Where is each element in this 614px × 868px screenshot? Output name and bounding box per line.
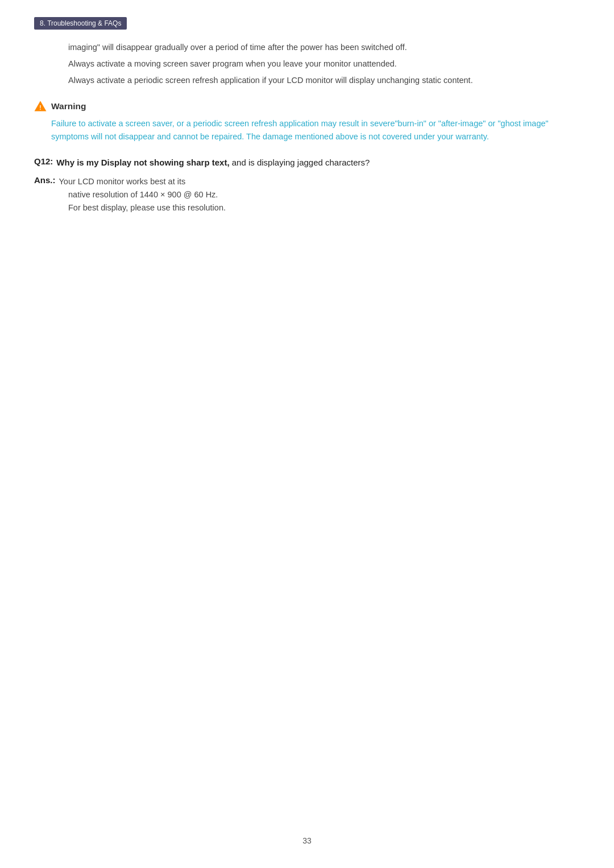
warning-header: ! Warning <box>34 100 580 113</box>
body-paragraph-2: Always activate a moving screen saver pr… <box>68 57 580 71</box>
ans-label: Ans.: <box>34 175 56 185</box>
ans-line-3: For best display, please use this resolu… <box>68 201 580 214</box>
svg-text:!: ! <box>39 104 41 110</box>
q12-label: Q12: <box>34 156 53 166</box>
q12-question-normal: and is displaying jagged characters? <box>232 158 370 167</box>
page-number: 33 <box>302 836 312 845</box>
q12-question-bold: Why is my Display not showing sharp text… <box>56 158 229 167</box>
ans-line-2: native resolution of 1440 × 900 @ 60 Hz. <box>68 188 580 201</box>
q12-section: Q12: Why is my Display not showing sharp… <box>34 156 580 170</box>
q12-question: Why is my Display not showing sharp text… <box>56 156 370 170</box>
warning-triangle-icon: ! <box>34 100 47 113</box>
ans-section: Ans.: Your LCD monitor works best at its… <box>34 175 580 215</box>
warning-body-text: Failure to activate a screen saver, or a… <box>51 117 580 144</box>
ans-first-line: Your LCD monitor works best at its <box>59 175 186 188</box>
breadcrumb: 8. Troubleshooting & FAQs <box>34 17 127 30</box>
warning-label: Warning <box>51 101 86 111</box>
body-paragraph-3: Always activate a periodic screen refres… <box>68 74 580 87</box>
warning-section: ! Warning Failure to activate a screen s… <box>34 100 580 144</box>
body-paragraph-1: imaging" will disappear gradually over a… <box>68 41 580 54</box>
